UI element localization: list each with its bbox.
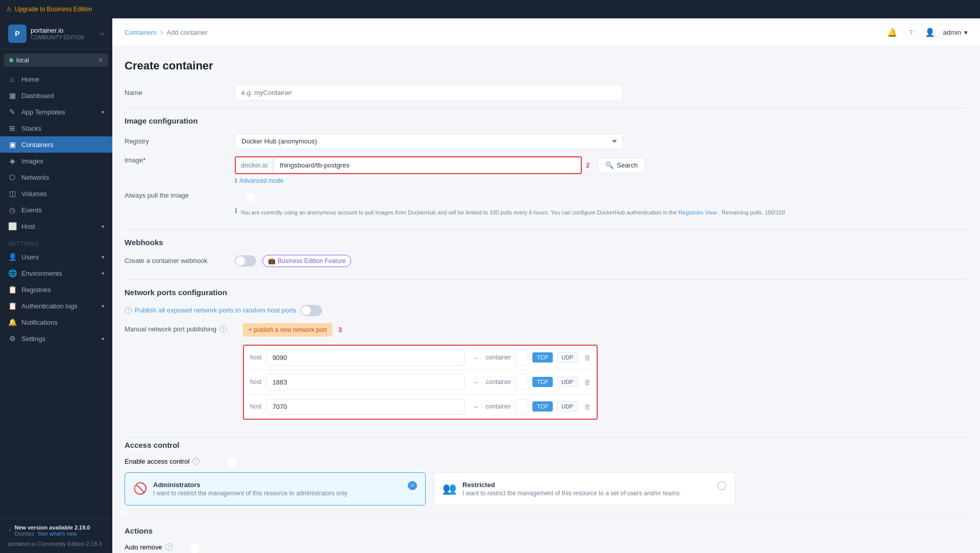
notifications-icon: 🔔 — [8, 318, 16, 326]
udp-button-0[interactable]: UDP — [557, 352, 578, 363]
help-icon-manual: ? — [219, 325, 227, 332]
home-icon: ⌂ — [8, 75, 16, 83]
restricted-icon: 👥 — [443, 482, 456, 495]
sidebar-item-events[interactable]: ◷ Events — [0, 202, 112, 218]
users-icon: 👤 — [8, 253, 16, 261]
sidebar-footer: ↓ New version available 2.19.0 Dismiss S… — [0, 518, 112, 553]
image-input-area: docker.io 2 🔍 Search ℹ Advanced mode — [235, 156, 645, 184]
restricted-radio — [717, 481, 726, 490]
webhooks-title: Webhooks — [125, 238, 968, 247]
registry-row: Registry Docker Hub (anonymous) — [125, 133, 968, 149]
container-port-input-0[interactable] — [515, 350, 528, 366]
name-input-wrap — [235, 85, 968, 101]
container-port-input-2[interactable] — [515, 399, 528, 415]
nav-label-app-templates: App Templates — [21, 108, 65, 116]
help-icon-access: ? — [192, 458, 200, 465]
sidebar-item-users[interactable]: 👤 Users ▾ — [0, 249, 112, 265]
sidebar-item-app-templates[interactable]: ✎ App Templates ▾ — [0, 104, 112, 120]
search-button[interactable]: 🔍 Search — [598, 157, 645, 173]
tcp-button-1[interactable]: TCP — [532, 377, 553, 387]
access-card-restricted[interactable]: 👥 Restricted I want to restrict the mana… — [434, 472, 735, 506]
tcp-button-0[interactable]: TCP — [532, 352, 553, 363]
sidebar-item-volumes[interactable]: ◫ Volumes — [0, 185, 112, 202]
delete-port-icon-0[interactable]: 🗑 — [584, 354, 591, 362]
sidebar-item-notifications[interactable]: 🔔 Notifications — [0, 314, 112, 330]
name-row: Name — [125, 85, 968, 101]
access-control-section: Access control Enable access control ? — [125, 441, 968, 506]
host-port-input-2[interactable] — [266, 399, 465, 415]
webhook-toggle[interactable] — [235, 255, 256, 267]
nav-label-home: Home — [21, 76, 39, 83]
image-config-section: Image configuration Registry Docker Hub … — [125, 116, 968, 217]
image-name-input[interactable] — [273, 157, 581, 173]
username: admin — [943, 29, 961, 36]
nav-label-stacks: Stacks — [21, 125, 41, 132]
env-close-button[interactable]: ✕ — [98, 57, 103, 64]
udp-button-1[interactable]: UDP — [557, 377, 578, 387]
registry-select[interactable]: Docker Hub (anonymous) — [235, 133, 623, 149]
breadcrumb-containers[interactable]: Containers — [125, 29, 157, 36]
always-pull-row: Always pull the image — [125, 191, 968, 199]
publish-all-toggle[interactable] — [301, 305, 322, 316]
administrators-title: Administrators — [153, 481, 348, 489]
help-icon-publish: ? — [125, 307, 132, 314]
user-icon[interactable]: 👤 — [925, 28, 935, 37]
sidebar-item-stacks[interactable]: ⊞ Stacks — [0, 120, 112, 136]
sidebar-item-dashboard[interactable]: ▦ Dashboard — [0, 87, 112, 104]
tcp-button-2[interactable]: TCP — [532, 401, 553, 412]
sidebar-item-auth-logs[interactable]: 📋 Authentication logs ▾ — [0, 298, 112, 314]
help-icon-auto-remove: ? — [165, 543, 173, 550]
advanced-mode-link[interactable]: ℹ Advanced mode — [235, 177, 645, 184]
dismiss-link[interactable]: Dismiss — [15, 531, 35, 537]
delete-port-icon-2[interactable]: 🗑 — [584, 403, 591, 411]
registries-view-link[interactable]: Registries View — [678, 209, 717, 215]
bell-icon[interactable]: 🔔 — [887, 28, 897, 37]
host-label-1: host — [250, 378, 262, 386]
sidebar-item-environments[interactable]: 🌐 Environments ▾ — [0, 265, 112, 281]
warning-icon: ⚠ — [6, 6, 12, 13]
arrow-icon-2: → — [469, 403, 482, 411]
nav-label-images: Images — [21, 157, 43, 165]
sidebar-item-images[interactable]: ◈ Images — [0, 153, 112, 169]
page-content: Create container Name Image configuratio… — [112, 47, 980, 553]
host-port-input-0[interactable] — [266, 350, 465, 366]
containers-icon: ▣ — [8, 140, 16, 149]
host-port-input-1[interactable] — [266, 374, 465, 390]
environments-icon: 🌐 — [8, 269, 16, 277]
sidebar-item-networks[interactable]: ⬡ Networks — [0, 169, 112, 185]
container-port-input-1[interactable] — [515, 374, 528, 390]
sidebar-item-home[interactable]: ⌂ Home — [0, 71, 112, 87]
add-port-button[interactable]: + publish a new network port — [243, 323, 332, 336]
logo-text: portainer.io COMMUNITY EDITION — [31, 27, 84, 41]
publish-all-link[interactable]: Publish all exposed network ports to ran… — [135, 306, 297, 314]
sidebar-item-host[interactable]: ⬜ Host ▾ — [0, 218, 112, 234]
upgrade-bar[interactable]: ⚠ Upgrade to Business Edition — [0, 0, 980, 18]
see-whats-new-link[interactable]: See what's new — [38, 531, 77, 537]
sidebar-item-containers[interactable]: ▣ Containers — [0, 136, 112, 153]
restricted-text: Restricted I want to restrict the manage… — [462, 481, 680, 497]
auto-remove-row: Auto remove ? — [125, 543, 968, 551]
manual-publish-label: Manual network port publishing — [125, 325, 216, 333]
webhooks-section: Webhooks Create a container webhook 💼 Bu… — [125, 238, 968, 267]
sidebar-item-settings[interactable]: ⚙ Settings ▾ — [0, 330, 112, 347]
new-version-notice: ↓ New version available 2.19.0 Dismiss S… — [8, 524, 104, 537]
annotation-2: 2 — [586, 161, 590, 169]
access-card-administrators[interactable]: 🚫 Administrators I want to restrict the … — [125, 472, 426, 506]
arrow-icon-1: → — [469, 378, 482, 386]
registry-select-wrap: Docker Hub (anonymous) — [235, 133, 968, 149]
sidebar-item-registries[interactable]: 📋 Registries — [0, 281, 112, 298]
chevron-down-icon: ▾ — [102, 109, 104, 115]
user-menu[interactable]: admin ▾ — [943, 29, 968, 36]
administrators-radio — [408, 481, 417, 490]
delete-port-icon-1[interactable]: 🗑 — [584, 378, 591, 386]
new-version-text: New version available 2.19.0 — [15, 524, 90, 531]
udp-button-2[interactable]: UDP — [557, 401, 578, 412]
help-icon[interactable]: ? — [905, 27, 917, 38]
divider-2 — [125, 229, 968, 230]
chevron-down-icon-user: ▾ — [964, 29, 968, 36]
sidebar-env[interactable]: local ✕ — [4, 54, 108, 67]
sidebar-collapse-button[interactable]: ‹‹ — [100, 30, 104, 37]
events-icon: ◷ — [8, 206, 16, 214]
name-input[interactable] — [235, 85, 623, 101]
restricted-radio-empty — [717, 481, 726, 490]
